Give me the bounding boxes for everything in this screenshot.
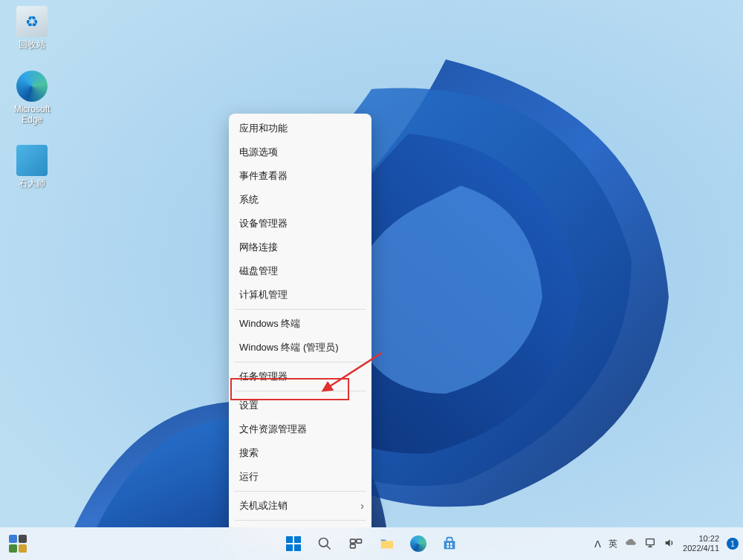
svg-rect-5 <box>294 544 301 551</box>
task-view-icon <box>348 536 363 551</box>
menu-network[interactable]: 网络连接 <box>229 235 372 259</box>
svg-rect-13 <box>447 546 449 548</box>
folder-icon <box>379 535 395 552</box>
menu-settings[interactable]: 设置 <box>229 394 372 417</box>
edge-button[interactable] <box>404 530 432 558</box>
volume-icon[interactable] <box>663 537 675 551</box>
menu-apps-features[interactable]: 应用和功能 <box>229 117 372 140</box>
svg-rect-15 <box>646 538 655 544</box>
onedrive-icon[interactable] <box>625 537 637 551</box>
start-context-menu: 应用和功能 电源选项 事件查看器 系统 设备管理器 网络连接 磁盘管理 计算机管… <box>229 114 372 550</box>
tray-chevron-up-icon[interactable]: ᐱ <box>594 538 601 550</box>
desktop-icon-shidashi[interactable]: 石大师 <box>6 145 58 189</box>
menu-computer-management[interactable]: 计算机管理 <box>229 283 372 307</box>
svg-rect-8 <box>351 539 356 543</box>
menu-separator <box>235 391 366 391</box>
svg-rect-11 <box>447 543 449 545</box>
menu-separator <box>235 309 366 310</box>
file-explorer-button[interactable] <box>373 530 401 558</box>
menu-run[interactable]: 运行 <box>229 465 372 489</box>
svg-rect-2 <box>286 536 293 543</box>
desktop-icon-recycle-bin[interactable]: 回收站 <box>6 6 58 50</box>
menu-disk-management[interactable]: 磁盘管理 <box>229 259 372 283</box>
desktop-icon-edge[interactable]: Microsoft Edge <box>6 71 58 126</box>
menu-device-manager[interactable]: 设备管理器 <box>229 212 372 235</box>
store-button[interactable] <box>435 530 464 558</box>
menu-separator <box>235 520 366 521</box>
search-button[interactable] <box>311 530 339 558</box>
menu-separator <box>235 491 366 492</box>
menu-system[interactable]: 系统 <box>229 188 372 212</box>
clock[interactable]: 10:22 2022/4/11 <box>683 534 719 553</box>
app-icon <box>16 145 48 176</box>
menu-file-explorer[interactable]: 文件资源管理器 <box>229 417 372 441</box>
menu-windows-terminal[interactable]: Windows 终端 <box>229 312 372 336</box>
menu-windows-terminal-admin[interactable]: Windows 终端 (管理员) <box>229 336 372 359</box>
svg-line-7 <box>327 546 331 550</box>
menu-task-manager[interactable]: 任务管理器 <box>229 365 372 388</box>
svg-point-6 <box>319 538 328 547</box>
icon-label: 石大师 <box>19 178 45 189</box>
start-button[interactable] <box>279 530 308 558</box>
ime-indicator[interactable]: 英 <box>609 538 617 550</box>
notification-badge[interactable]: 1 <box>727 538 739 550</box>
icon-label: 回收站 <box>19 39 45 50</box>
svg-rect-10 <box>351 544 356 548</box>
svg-rect-9 <box>357 539 362 543</box>
menu-separator <box>235 362 366 362</box>
icon-label: Microsoft Edge <box>14 104 51 126</box>
widgets-button[interactable] <box>6 532 30 556</box>
time: 10:22 <box>683 534 719 544</box>
svg-rect-14 <box>450 546 452 548</box>
desktop-wallpaper[interactable] <box>0 0 743 560</box>
bloom-art <box>0 0 743 527</box>
search-icon <box>317 536 332 551</box>
task-view-button[interactable] <box>342 530 370 558</box>
network-icon[interactable] <box>644 537 656 551</box>
menu-event-viewer[interactable]: 事件查看器 <box>229 164 372 188</box>
taskbar: ᐱ 英 10:22 2022/4/11 1 <box>0 527 743 560</box>
svg-rect-12 <box>450 543 452 545</box>
recycle-bin-icon <box>16 6 48 37</box>
edge-icon <box>410 535 426 552</box>
menu-power-options[interactable]: 电源选项 <box>229 140 372 164</box>
svg-rect-3 <box>294 536 301 543</box>
edge-icon <box>16 71 48 102</box>
svg-rect-4 <box>286 544 293 551</box>
windows-logo-icon <box>285 535 302 553</box>
menu-shutdown-signout[interactable]: 关机或注销 <box>229 494 372 518</box>
menu-search[interactable]: 搜索 <box>229 441 372 465</box>
store-icon <box>441 535 458 552</box>
date: 2022/4/11 <box>683 544 719 553</box>
